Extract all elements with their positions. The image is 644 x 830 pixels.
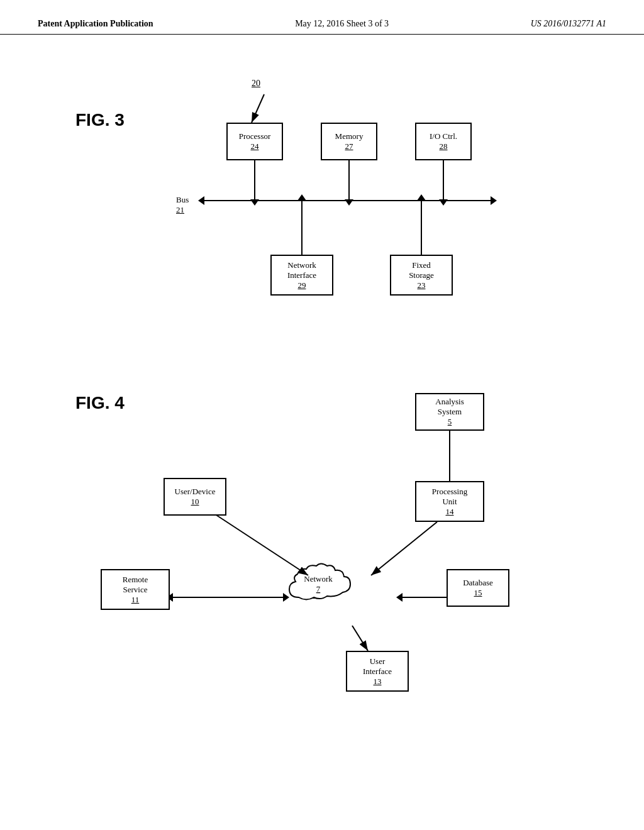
database-num: 15 — [474, 588, 482, 598]
io-label: I/O Ctrl. — [430, 131, 457, 141]
svg-text:Network: Network — [304, 574, 333, 584]
header-center: May 12, 2016 Sheet 3 of 3 — [295, 19, 389, 29]
fig4-section: FIG. 4 — [38, 380, 606, 726]
svg-marker-5 — [491, 196, 497, 205]
fig4-label: FIG. 4 — [75, 393, 125, 413]
svg-marker-8 — [250, 199, 259, 206]
fig3-section: FIG. 3 20 — [38, 60, 606, 362]
header-right: US 2016/0132771 A1 — [531, 19, 606, 29]
memory-num: 27 — [345, 141, 353, 152]
svg-marker-17 — [297, 194, 306, 201]
user-device-box: User/Device 10 — [164, 478, 226, 516]
processing-num: 14 — [446, 507, 454, 517]
svg-text:7: 7 — [316, 584, 321, 594]
page-header: Patent Application Publication May 12, 2… — [0, 0, 644, 35]
memory-box: Memory 27 — [321, 123, 377, 160]
database-box: Database 15 — [447, 569, 509, 607]
network-label: NetworkInterface — [287, 260, 316, 280]
network-interface-box: NetworkInterface 29 — [270, 255, 333, 296]
svg-marker-4 — [198, 196, 204, 205]
analysis-label: AnalysisSystem — [435, 397, 464, 417]
user-interface-box: UserInterface 13 — [346, 651, 409, 692]
svg-line-27 — [208, 509, 308, 575]
remote-service-label: RemoteService — [123, 575, 148, 595]
remote-service-num: 11 — [131, 595, 140, 605]
analysis-system-box: AnalysisSystem 5 — [415, 393, 484, 431]
user-interface-label: UserInterface — [363, 656, 392, 677]
fixed-storage-num: 23 — [418, 280, 426, 290]
svg-marker-14 — [439, 199, 448, 206]
fixed-storage-box: FixedStorage 23 — [390, 255, 453, 296]
io-num: 28 — [440, 141, 448, 152]
fig3-label: FIG. 3 — [75, 110, 125, 130]
svg-marker-20 — [417, 194, 426, 201]
processor-label: Processor — [239, 131, 271, 141]
processing-label: ProcessingUnit — [432, 487, 467, 507]
analysis-num: 5 — [448, 417, 452, 427]
user-device-label: User/Device — [175, 487, 216, 497]
svg-line-2 — [252, 94, 264, 123]
content-area: FIG. 3 20 — [0, 35, 644, 739]
memory-label: Memory — [335, 131, 364, 141]
ref-20: 20 — [252, 79, 260, 89]
fig4-arrows: Network 7 — [38, 380, 606, 726]
remote-service-box: RemoteService 11 — [101, 569, 170, 610]
svg-line-34 — [352, 626, 368, 651]
svg-marker-32 — [396, 593, 402, 602]
processing-unit-box: ProcessingUnit 14 — [415, 481, 484, 522]
fig3-arrows — [38, 60, 606, 362]
processor-box: Processor 24 — [226, 123, 283, 160]
processor-num: 24 — [251, 141, 259, 152]
user-interface-num: 13 — [374, 677, 382, 687]
database-label: Database — [463, 578, 493, 588]
header-left: Patent Application Publication — [38, 19, 153, 29]
ref-20-num: 20 — [252, 79, 260, 88]
svg-marker-29 — [283, 593, 289, 602]
user-device-num: 10 — [191, 497, 199, 507]
bus-text: Bus — [176, 195, 189, 205]
svg-marker-11 — [345, 199, 353, 206]
bus-num: 21 — [176, 205, 189, 215]
svg-line-26 — [371, 522, 437, 575]
io-box: I/O Ctrl. 28 — [415, 123, 472, 160]
fixed-storage-label: FixedStorage — [409, 260, 434, 280]
bus-label: Bus 21 — [176, 195, 189, 215]
network-num: 29 — [298, 280, 306, 290]
